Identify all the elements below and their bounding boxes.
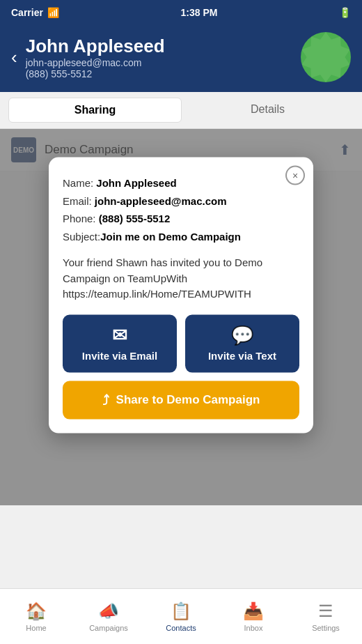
status-time: 1:38 PM	[59, 7, 339, 18]
tab-bar-main: Sharing Details	[0, 92, 362, 129]
tab-details[interactable]: Details	[182, 98, 354, 123]
carrier-label: Carrier	[11, 7, 43, 18]
status-right: 🔋	[339, 7, 351, 18]
share-campaign-button[interactable]: ⤴ Share to Demo Campaign	[63, 381, 299, 419]
email-value: john-appleseed@mac.com	[95, 194, 227, 206]
invite-email-button[interactable]: ✉ Invite via Email	[63, 314, 177, 372]
share-symbol-icon: ⤴	[102, 392, 109, 408]
inbox-icon: 📥	[243, 601, 264, 621]
subject-value: Join me on Demo Campaign	[100, 230, 241, 242]
email-icon: ✉	[112, 325, 127, 344]
contact-email: john-appleseed@mac.com	[26, 57, 292, 68]
modal-close-button[interactable]: ×	[285, 166, 305, 185]
contact-name: John Appleseed	[26, 36, 292, 57]
content-area: DEMO Demo Campaign ⬆ × Name: John Apples…	[0, 129, 362, 505]
avatar	[301, 32, 351, 82]
invite-text-button[interactable]: 💬 Invite via Text	[185, 314, 299, 372]
back-button[interactable]: ‹	[11, 48, 17, 66]
modal-name-row: Name: John Appleseed	[63, 174, 299, 192]
settings-icon: ☰	[318, 601, 333, 621]
contact-phone: (888) 555-5512	[26, 68, 292, 79]
email-label: Email:	[63, 194, 95, 206]
modal-contact-info: Name: John Appleseed Email: john-applese…	[63, 174, 299, 245]
invite-text-label: Invite via Text	[208, 349, 276, 361]
phone-value: (888) 555-5512	[99, 213, 171, 224]
name-value: John Appleseed	[96, 177, 176, 189]
modal-action-buttons: ✉ Invite via Email 💬 Invite via Text	[63, 314, 299, 372]
campaigns-icon: 📣	[98, 601, 119, 621]
modal-body-text: Your friend Shawn has invited you to Dem…	[63, 255, 299, 302]
contact-info: John Appleseed john-appleseed@mac.com (8…	[26, 36, 292, 79]
tab-bar-contacts[interactable]: 📋 Contacts	[145, 596, 217, 638]
campaigns-label: Campaigns	[89, 624, 128, 632]
modal-subject-row: Subject:Join me on Demo Campaign	[63, 227, 299, 245]
bottom-tab-bar: 🏠 Home 📣 Campaigns 📋 Contacts 📥 Inbox ☰ …	[0, 588, 362, 644]
status-left: Carrier 📶	[11, 7, 59, 18]
home-label: Home	[26, 624, 46, 632]
status-bar: Carrier 📶 1:38 PM 🔋	[0, 0, 362, 25]
tab-bar-settings[interactable]: ☰ Settings	[290, 596, 362, 638]
name-label: Name:	[63, 177, 96, 189]
contacts-label: Contacts	[166, 624, 196, 632]
avatar-shape	[301, 32, 351, 82]
phone-label: Phone:	[63, 213, 99, 224]
contacts-icon: 📋	[171, 601, 191, 621]
inbox-label: Inbox	[244, 624, 263, 632]
home-icon: 🏠	[26, 601, 47, 621]
invite-email-label: Invite via Email	[82, 349, 157, 361]
invite-modal: × Name: John Appleseed Email: john-apple…	[49, 158, 313, 434]
tab-bar-inbox[interactable]: 📥 Inbox	[217, 596, 290, 638]
header: ‹ John Appleseed john-appleseed@mac.com …	[0, 25, 362, 92]
sms-icon: 💬	[231, 325, 253, 344]
wifi-icon: 📶	[47, 7, 59, 18]
share-label: Share to Demo Campaign	[116, 393, 260, 407]
tab-bar-home[interactable]: 🏠 Home	[0, 596, 72, 638]
tab-sharing[interactable]: Sharing	[8, 98, 182, 123]
modal-email-row: Email: john-appleseed@mac.com	[63, 192, 299, 210]
settings-label: Settings	[312, 624, 340, 632]
tab-bar-campaigns[interactable]: 📣 Campaigns	[72, 596, 145, 638]
subject-label: Subject:	[63, 230, 100, 242]
modal-phone-row: Phone: (888) 555-5512	[63, 210, 299, 228]
battery-icon: 🔋	[339, 7, 351, 18]
